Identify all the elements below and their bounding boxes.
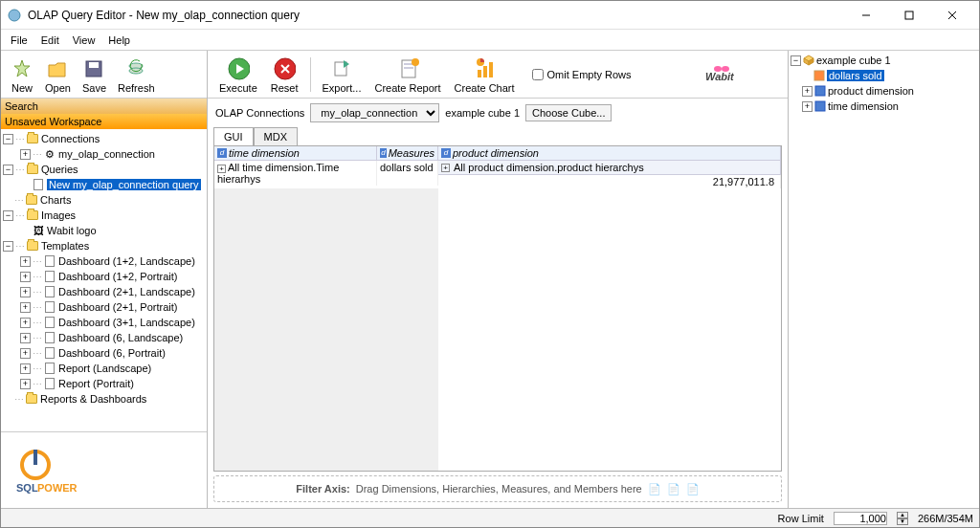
expand-icon[interactable]: − (3, 210, 13, 221)
svg-rect-22 (404, 67, 413, 69)
open-button[interactable]: Open (39, 55, 77, 96)
tree-template-item[interactable]: Report (Landscape) (58, 363, 151, 374)
tree-template-item[interactable]: Dashboard (1+2, Portrait) (58, 271, 177, 282)
template-icon (43, 270, 56, 283)
template-icon (43, 362, 56, 375)
center-panel: Execute Reset Export... Create Report Cr… (208, 51, 788, 508)
tree-template-item[interactable]: Dashboard (2+1, Portrait) (58, 301, 177, 313)
menu-view[interactable]: View (67, 33, 101, 48)
expand-icon[interactable]: + (20, 302, 31, 313)
close-button[interactable] (930, 2, 973, 29)
expand-icon[interactable]: − (3, 134, 13, 144)
folder-icon (25, 193, 38, 207)
menu-edit[interactable]: Edit (35, 33, 65, 48)
expand-icon[interactable]: + (20, 363, 31, 374)
window-title: OLAP Query Editor - New my_olap_connecti… (28, 9, 844, 22)
tree-queries[interactable]: Queries (41, 164, 78, 175)
expand-icon[interactable]: + (20, 272, 31, 282)
row-limit-label: Row Limit (778, 513, 824, 524)
svg-point-29 (714, 66, 722, 72)
tree-wabit-logo[interactable]: Wabit logo (47, 225, 97, 236)
tree-template-item[interactable]: Dashboard (1+2, Landscape) (58, 255, 195, 267)
tab-mdx[interactable]: MDX (254, 127, 298, 145)
create-report-button[interactable]: Create Report (368, 55, 446, 96)
wabit-logo: Wabit (705, 61, 782, 88)
refresh-icon (124, 57, 147, 80)
tree-charts[interactable]: Charts (40, 194, 71, 206)
svg-point-23 (412, 58, 419, 66)
olap-grid[interactable]: dtime dimensiondMeasures +All time dimen… (213, 145, 782, 472)
filter-axis-dropzone[interactable]: Filter Axis: Drag Dimensions, Hierarchie… (213, 475, 782, 502)
template-icon (43, 300, 56, 314)
tree-connections[interactable]: Connections (41, 133, 100, 144)
execute-icon (227, 57, 250, 80)
cube-name-label: example cube 1 (445, 107, 520, 119)
reset-icon (273, 57, 296, 80)
row-limit-input[interactable] (834, 512, 887, 525)
search-header[interactable]: Search (1, 99, 207, 114)
menu-file[interactable]: File (5, 33, 33, 48)
measure-icon (813, 70, 825, 81)
expand-icon[interactable]: + (20, 318, 31, 328)
workspace-header[interactable]: Unsaved Workspace (1, 114, 207, 129)
filter-icon: 📄 (686, 483, 700, 495)
export-button[interactable]: Export... (317, 55, 368, 96)
choose-cube-button[interactable]: Choose Cube... (525, 104, 612, 121)
expand-icon[interactable]: + (20, 348, 31, 359)
cube-tree-panel[interactable]: −example cube 1 dollars sold +product di… (788, 51, 979, 508)
measure-node[interactable]: dollars sold (827, 70, 884, 81)
expand-icon[interactable]: + (802, 86, 813, 97)
expand-icon[interactable]: − (3, 165, 13, 175)
chart-icon (473, 57, 496, 80)
tree-images[interactable]: Images (41, 209, 76, 221)
tree-template-item[interactable]: Dashboard (3+1, Landscape) (58, 317, 195, 328)
create-chart-button[interactable]: Create Chart (449, 55, 521, 96)
tree-templates[interactable]: Templates (41, 240, 89, 252)
center-toolbar: Execute Reset Export... Create Report Cr… (208, 51, 788, 99)
omit-checkbox-input[interactable] (532, 69, 544, 80)
tree-template-item[interactable]: Dashboard (6, Landscape) (58, 332, 183, 343)
expand-icon[interactable]: + (20, 333, 31, 343)
sqlpower-logo: SQLPOWER (1, 431, 207, 508)
expand-icon[interactable]: + (20, 287, 31, 297)
expand-icon[interactable]: + (20, 379, 31, 389)
dimension-icon (814, 100, 826, 112)
expand-icon[interactable]: − (791, 55, 801, 66)
tree-template-item[interactable]: Dashboard (6, Portrait) (58, 347, 166, 359)
left-toolbar: New Open Save Refresh (1, 51, 207, 99)
new-icon (11, 57, 33, 80)
tree-query-item[interactable]: New my_olap_connection query (47, 179, 201, 190)
refresh-button[interactable]: Refresh (112, 55, 161, 96)
svg-rect-24 (478, 70, 481, 77)
dimension-icon (814, 85, 826, 97)
query-icon (32, 178, 45, 191)
svg-rect-2 (905, 11, 913, 19)
menu-help[interactable]: Help (102, 33, 136, 48)
workspace-tree[interactable]: −⋯Connections +⋯⚙my_olap_connection −⋯Qu… (1, 129, 207, 431)
menu-bar: File Edit View Help (1, 30, 979, 51)
status-bar: Row Limit ▲▼ 266M/354M (1, 508, 979, 527)
row-limit-spinner[interactable]: ▲▼ (897, 512, 908, 525)
maximize-button[interactable] (887, 2, 930, 29)
tree-template-item[interactable]: Dashboard (2+1, Landscape) (58, 286, 195, 297)
dimension-node[interactable]: time dimension (828, 100, 899, 112)
tree-conn-item[interactable]: my_olap_connection (58, 148, 155, 160)
svg-rect-35 (815, 86, 825, 96)
expand-icon[interactable]: + (802, 101, 813, 112)
cube-node[interactable]: example cube 1 (816, 55, 891, 66)
tab-gui[interactable]: GUI (213, 127, 254, 145)
connection-select[interactable]: my_olap_connection (310, 103, 439, 122)
expand-icon[interactable]: + (20, 256, 31, 267)
folder-icon (25, 392, 38, 406)
expand-icon[interactable]: + (20, 149, 31, 160)
new-button[interactable]: New (5, 55, 39, 96)
tree-template-item[interactable]: Report (Portrait) (58, 378, 134, 389)
reset-button[interactable]: Reset (265, 55, 304, 96)
minimize-button[interactable] (844, 2, 887, 29)
dimension-node[interactable]: product dimension (828, 85, 914, 97)
tree-reports[interactable]: Reports & Dashboards (40, 393, 146, 405)
save-button[interactable]: Save (77, 55, 112, 96)
expand-icon[interactable]: − (3, 241, 13, 252)
execute-button[interactable]: Execute (213, 55, 263, 96)
omit-empty-rows-checkbox[interactable]: Omit Empty Rows (532, 69, 632, 80)
